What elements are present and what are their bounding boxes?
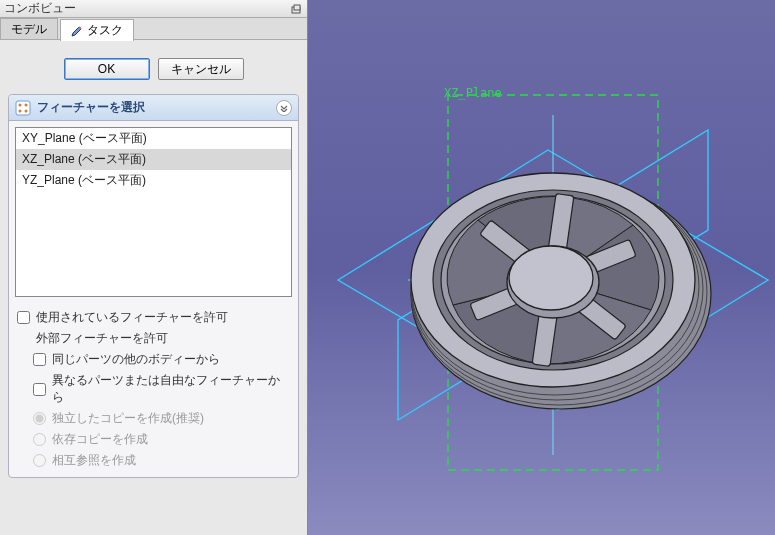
feature-icon [15, 100, 31, 116]
radio [33, 433, 46, 446]
select-feature-section: フィーチャーを選択 XY_Plane (ベース平面) XZ_Plane (ベース… [8, 94, 299, 478]
list-item[interactable]: YZ_Plane (ベース平面) [16, 170, 291, 191]
svg-rect-2 [16, 101, 30, 115]
section-header[interactable]: フィーチャーを選択 [9, 95, 298, 121]
collapse-icon[interactable] [276, 100, 292, 116]
checkbox[interactable] [33, 383, 46, 396]
check-label: 異なるパーツまたは自由なフィーチャーから [52, 372, 290, 406]
external-group-label: 外部フィーチャーを許可 [15, 328, 292, 349]
dialog-buttons: OK キャンセル [8, 58, 299, 80]
task-body: OK キャンセル フィーチャーを選択 XY_Plane (ベース平面) XZ_P… [0, 40, 307, 492]
tab-task-label: タスク [87, 22, 123, 39]
check-label: 同じパーツの他のボディーから [52, 351, 220, 368]
radio [33, 412, 46, 425]
radio-crossref: 相互参照を作成 [15, 450, 292, 471]
panel-title-text: コンボビュー [4, 0, 76, 17]
group-label: 外部フィーチャーを許可 [36, 330, 168, 347]
tab-task[interactable]: タスク [60, 19, 134, 41]
options-group: 使用されているフィーチャーを許可 外部フィーチャーを許可 同じパーツの他のボディ… [15, 307, 292, 471]
svg-point-4 [25, 103, 28, 106]
panel-titlebar: コンボビュー [0, 0, 307, 18]
svg-point-3 [19, 103, 22, 106]
radio-dependent: 依存コピーを作成 [15, 429, 292, 450]
pencil-icon [71, 25, 83, 37]
3d-scene [308, 0, 775, 535]
tab-model[interactable]: モデル [0, 18, 58, 39]
tab-bar: モデル タスク [0, 18, 307, 40]
cancel-button[interactable]: キャンセル [158, 58, 244, 80]
radio-label: 相互参照を作成 [52, 452, 136, 469]
list-item[interactable]: XZ_Plane (ベース平面) [16, 149, 291, 170]
section-body: XY_Plane (ベース平面) XZ_Plane (ベース平面) YZ_Pla… [9, 121, 298, 477]
check-other-bodies[interactable]: 同じパーツの他のボディーから [15, 349, 292, 370]
check-other-parts[interactable]: 異なるパーツまたは自由なフィーチャーから [15, 370, 292, 408]
checkbox[interactable] [17, 311, 30, 324]
radio-independent: 独立したコピーを作成(推奨) [15, 408, 292, 429]
active-plane-label: XZ_Plane [444, 86, 502, 100]
check-label: 使用されているフィーチャーを許可 [36, 309, 228, 326]
checkbox[interactable] [33, 353, 46, 366]
plane-list[interactable]: XY_Plane (ベース平面) XZ_Plane (ベース平面) YZ_Pla… [15, 127, 292, 297]
undock-icon[interactable] [289, 2, 303, 16]
combo-view-panel: コンボビュー モデル タスク OK キャンセル フィーチャーを選択 [0, 0, 308, 535]
svg-point-26 [509, 246, 593, 310]
radio-label: 独立したコピーを作成(推奨) [52, 410, 204, 427]
svg-point-5 [19, 109, 22, 112]
radio [33, 454, 46, 467]
section-title: フィーチャーを選択 [37, 99, 145, 116]
list-item[interactable]: XY_Plane (ベース平面) [16, 128, 291, 149]
svg-rect-1 [294, 5, 300, 10]
tab-model-label: モデル [11, 21, 47, 38]
radio-label: 依存コピーを作成 [52, 431, 148, 448]
3d-viewport[interactable]: XZ_Plane [308, 0, 775, 535]
svg-point-6 [25, 109, 28, 112]
ok-button[interactable]: OK [64, 58, 150, 80]
check-allow-used[interactable]: 使用されているフィーチャーを許可 [15, 307, 292, 328]
